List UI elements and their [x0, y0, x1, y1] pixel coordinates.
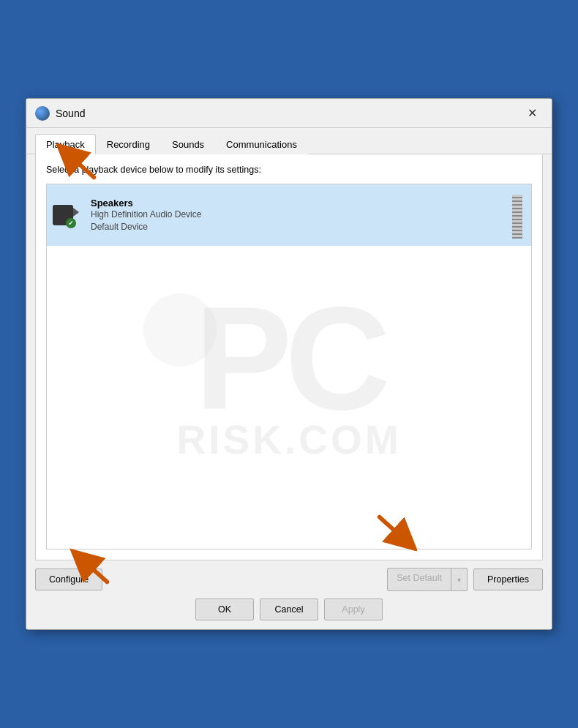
watermark-pc: PC — [195, 274, 383, 443]
device-info: Speakers High Definition Audio Device De… — [91, 198, 512, 233]
default-check-icon: ✓ — [66, 218, 76, 228]
properties-button[interactable]: Properties — [473, 568, 543, 590]
set-default-label: Set Default — [388, 568, 451, 590]
device-status: Default Device — [91, 221, 512, 233]
dialog-wrapper: Sound ✕ Playback Recording Sounds Commun… — [26, 98, 552, 630]
scrollbar-indicator — [512, 195, 522, 239]
tab-sounds[interactable]: Sounds — [161, 134, 215, 154]
set-default-button[interactable]: Set Default ▾ — [387, 568, 468, 591]
dialog-icon — [35, 106, 50, 121]
device-icon: ✓ — [53, 200, 82, 230]
set-default-dropdown-icon[interactable]: ▾ — [451, 568, 467, 590]
tab-playback[interactable]: Playback — [35, 134, 96, 154]
dialog-title: Sound — [56, 108, 515, 119]
watermark-logo — [143, 293, 217, 367]
close-button[interactable]: ✕ — [515, 102, 549, 125]
bottom-area: Configure Set Default ▾ Properties OK Ca… — [26, 560, 552, 629]
watermark-risk: RISK.COM — [177, 416, 402, 463]
cancel-button[interactable]: Cancel — [260, 598, 318, 620]
device-list[interactable]: PC RISK.COM ✓ Speakers High Definition A… — [46, 184, 532, 549]
bottom-row1: Configure Set Default ▾ Properties — [35, 568, 543, 591]
tab-recording[interactable]: Recording — [96, 134, 161, 154]
titlebar: Sound ✕ — [26, 99, 552, 128]
tabs-container: Playback Recording Sounds Communications — [26, 128, 552, 154]
device-name: Speakers — [91, 198, 512, 209]
tab-communications[interactable]: Communications — [215, 134, 308, 154]
configure-button[interactable]: Configure — [35, 568, 102, 590]
apply-button[interactable]: Apply — [324, 598, 383, 620]
bottom-row2: OK Cancel Apply — [35, 598, 543, 620]
content-area: Select a playback device below to modify… — [35, 154, 543, 560]
sound-dialog: Sound ✕ Playback Recording Sounds Commun… — [26, 98, 552, 630]
device-item[interactable]: ✓ Speakers High Definition Audio Device … — [47, 184, 531, 246]
ok-button[interactable]: OK — [195, 598, 254, 620]
instruction-text: Select a playback device below to modify… — [46, 165, 532, 175]
device-description: High Definition Audio Device — [91, 209, 512, 221]
